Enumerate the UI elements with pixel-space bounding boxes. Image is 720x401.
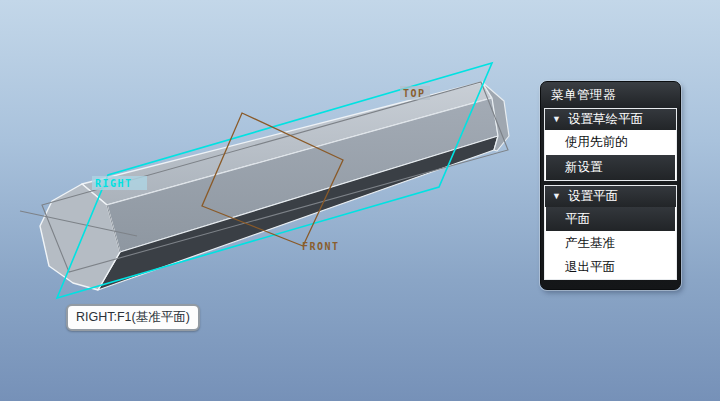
menu-section-header-label: 设置平面	[568, 188, 618, 205]
menu-section-set-plane: ▼ 设置平面 平面 产生基准 退出平面	[544, 185, 677, 280]
menu-section-header-label: 设置草绘平面	[568, 111, 643, 128]
right-datum-label[interactable]: RIGHT	[92, 176, 147, 190]
front-datum-label[interactable]: FRONT	[302, 241, 340, 252]
top-datum-label[interactable]: TOP	[400, 86, 430, 100]
top-label-text: TOP	[403, 88, 426, 99]
menu-section-header-sketch-plane[interactable]: ▼ 设置草绘平面	[545, 109, 676, 130]
front-label-text: FRONT	[302, 241, 340, 252]
graphics-area: TOP RIGHT FRONT RIGHT:F1(基准平面) 菜单管理器 ▼ 设…	[0, 0, 720, 401]
menu-item-use-previous[interactable]: 使用先前的	[545, 130, 676, 155]
menu-manager-panel: 菜单管理器 ▼ 设置草绘平面 使用先前的 新设置 ▼ 设置平面 平面 产生基准 …	[540, 81, 681, 290]
menu-manager-title: 菜单管理器	[541, 82, 680, 108]
menu-item-new-setup[interactable]: 新设置	[546, 155, 675, 180]
collapse-triangle-icon: ▼	[552, 115, 561, 124]
menu-item-plane[interactable]: 平面	[546, 207, 675, 231]
right-label-text: RIGHT	[95, 178, 133, 189]
menu-section-header-set-plane[interactable]: ▼ 设置平面	[545, 186, 676, 207]
menu-item-quit-plane[interactable]: 退出平面	[545, 255, 676, 279]
menu-section-sketch-plane: ▼ 设置草绘平面 使用先前的 新设置	[544, 108, 677, 181]
datum-plane-tooltip: RIGHT:F1(基准平面)	[66, 304, 200, 331]
collapse-triangle-icon: ▼	[552, 192, 561, 201]
menu-item-make-datum[interactable]: 产生基准	[545, 231, 676, 255]
